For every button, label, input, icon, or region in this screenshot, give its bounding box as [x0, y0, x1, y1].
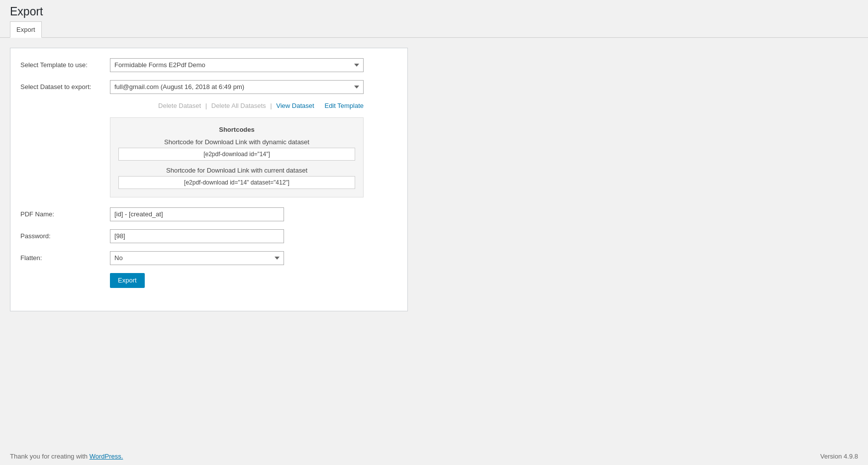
page-title: Export [0, 0, 868, 21]
password-wrap [110, 229, 397, 243]
dataset-label: Select Dataset to export: [20, 83, 110, 91]
dataset-select[interactable]: full@gmail.com (August 16, 2018 at 6:49 … [110, 80, 364, 94]
pdf-name-input[interactable] [110, 207, 284, 221]
template-select-wrap: Formidable Forms E2Pdf Demo [110, 58, 397, 72]
main-card: Select Template to use: Formidable Forms… [10, 48, 408, 311]
password-input[interactable] [110, 229, 284, 243]
separator-2: | [270, 102, 272, 109]
dataset-select-wrap: full@gmail.com (August 16, 2018 at 6:49 … [110, 80, 397, 94]
export-button[interactable]: Export [110, 273, 145, 288]
tab-export[interactable]: Export [10, 21, 42, 38]
pdf-name-row: PDF Name: [20, 207, 397, 221]
tab-bar: Export [0, 21, 868, 38]
flatten-wrap: No [110, 251, 397, 265]
pdf-name-label: PDF Name: [20, 210, 110, 218]
pdf-name-wrap [110, 207, 397, 221]
separator-1: | [205, 102, 207, 109]
separator-3 [318, 102, 320, 109]
flatten-select[interactable]: No [110, 251, 284, 265]
dataset-row: Select Dataset to export: full@gmail.com… [20, 80, 397, 94]
dynamic-shortcode-input[interactable] [118, 148, 355, 161]
shortcodes-title: Shortcodes [118, 126, 355, 133]
template-row: Select Template to use: Formidable Forms… [20, 58, 397, 72]
version-info: Version 4.9.8 [820, 453, 858, 460]
action-links: Delete Dataset | Delete All Datasets | V… [110, 102, 364, 109]
flatten-label: Flatten: [20, 254, 110, 262]
edit-template-link[interactable]: Edit Template [324, 102, 364, 109]
footer: Thank you for creating with WordPress. [0, 448, 868, 465]
password-row: Password: [20, 229, 397, 243]
delete-all-datasets-link: Delete All Datasets [211, 102, 266, 109]
wordpress-link[interactable]: WordPress. [90, 453, 123, 460]
view-dataset-link[interactable]: View Dataset [276, 102, 314, 109]
delete-dataset-link: Delete Dataset [158, 102, 201, 109]
template-select[interactable]: Formidable Forms E2Pdf Demo [110, 58, 364, 72]
footer-text: Thank you for creating with [10, 453, 88, 460]
password-label: Password: [20, 232, 110, 240]
current-shortcode-input[interactable] [118, 176, 355, 189]
template-label: Select Template to use: [20, 61, 110, 69]
shortcodes-box: Shortcodes Shortcode for Download Link w… [110, 117, 364, 197]
dynamic-shortcode-label: Shortcode for Download Link with dynamic… [118, 138, 355, 146]
export-button-row: Export [20, 273, 397, 288]
flatten-row: Flatten: No [20, 251, 397, 265]
current-shortcode-label: Shortcode for Download Link with current… [118, 167, 355, 174]
